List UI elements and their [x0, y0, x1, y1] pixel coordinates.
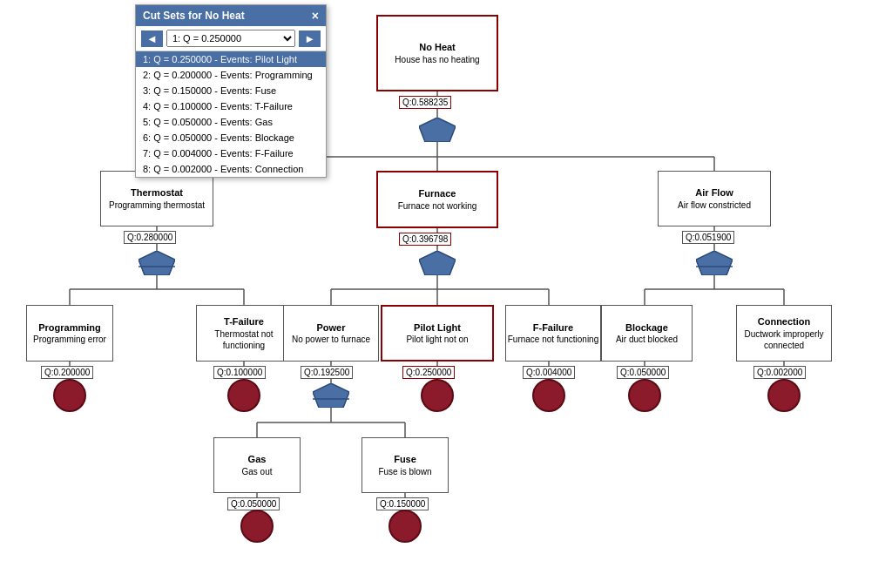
air-flow-subtitle: Air flow constricted — [678, 199, 751, 211]
furnace-subtitle: Furnace not working — [398, 200, 477, 212]
cut-sets-title: Cut Sets for No Heat — [143, 10, 245, 22]
fuse-event — [389, 510, 422, 543]
thermostat-gate — [139, 251, 175, 275]
cut-set-item-7[interactable]: 7: Q = 0.004000 - Events: F-Failure — [136, 145, 326, 161]
programming-event — [53, 379, 86, 412]
gas-q: Q:0.050000 — [227, 497, 280, 510]
cut-set-item-6[interactable]: 6: Q = 0.050000 - Events: Blockage — [136, 130, 326, 145]
svg-marker-35 — [419, 118, 456, 142]
cut-sets-title-bar: Cut Sets for No Heat × — [136, 5, 326, 26]
cut-set-item-4[interactable]: 4: Q = 0.100000 - Events: T-Failure — [136, 98, 326, 114]
close-button[interactable]: × — [312, 9, 319, 23]
pilot-light-q: Q:0.250000 — [402, 366, 455, 379]
air-flow-node: Air Flow Air flow constricted — [658, 171, 771, 226]
t-failure-subtitle: Thermostat not functioning — [197, 328, 291, 351]
no-heat-title: No Heat — [419, 41, 456, 53]
power-subtitle: No power to furnace — [292, 334, 370, 345]
cut-set-item-3[interactable]: 3: Q = 0.150000 - Events: Fuse — [136, 83, 326, 98]
pilot-light-title: Pilot Light — [414, 321, 461, 334]
power-q: Q:0.192500 — [301, 366, 353, 379]
fuse-q: Q:0.150000 — [376, 497, 429, 510]
f-failure-q: Q:0.004000 — [523, 366, 575, 379]
furnace-gate — [419, 251, 456, 275]
furnace-q: Q:0.396798 — [399, 233, 451, 246]
air-flow-q: Q:0.051900 — [682, 231, 734, 244]
furnace-node: Furnace Furnace not working — [376, 171, 498, 228]
cut-sets-dialog: Cut Sets for No Heat × ◄ 1: Q = 0.250000… — [135, 4, 327, 178]
no-heat-gate — [419, 118, 456, 142]
power-node: Power No power to furnace — [283, 305, 379, 362]
cut-sets-nav: ◄ 1: Q = 0.2500002: Q = 0.2000003: Q = 0… — [136, 26, 326, 51]
thermostat-node: Thermostat Programming thermostat — [100, 171, 213, 226]
no-heat-q: Q:0.588235 — [399, 96, 451, 109]
f-failure-title: F-Failure — [533, 321, 573, 334]
connection-title: Connection — [758, 315, 811, 328]
cut-set-item-2[interactable]: 2: Q = 0.200000 - Events: Programming — [136, 67, 326, 83]
gas-event — [240, 510, 274, 543]
cut-set-item-5[interactable]: 5: Q = 0.050000 - Events: Gas — [136, 114, 326, 130]
fuse-node: Fuse Fuse is blown — [362, 437, 449, 493]
svg-marker-36 — [139, 251, 175, 275]
t-failure-q: Q:0.100000 — [213, 366, 266, 379]
next-button[interactable]: ► — [299, 30, 321, 47]
fuse-title: Fuse — [394, 453, 416, 465]
svg-marker-38 — [419, 251, 456, 275]
cut-set-item-1[interactable]: 1: Q = 0.250000 - Events: Pilot Light — [136, 51, 326, 67]
t-failure-node: T-Failure Thermostat not functioning — [196, 305, 292, 362]
blockage-node: Blockage Air duct blocked — [601, 305, 693, 362]
programming-node: Programming Programming error — [26, 305, 113, 362]
power-gate — [313, 383, 349, 408]
f-failure-node: F-Failure Furnace not functioning — [505, 305, 601, 362]
gas-node: Gas Gas out — [213, 437, 301, 493]
connection-event — [767, 379, 801, 412]
programming-title: Programming — [38, 321, 101, 334]
svg-marker-41 — [313, 383, 349, 408]
blockage-event — [628, 379, 661, 412]
power-title: Power — [316, 321, 345, 334]
f-failure-event — [532, 379, 565, 412]
t-failure-event — [227, 379, 260, 412]
cut-set-select[interactable]: 1: Q = 0.2500002: Q = 0.2000003: Q = 0.1… — [166, 30, 295, 47]
thermostat-title: Thermostat — [131, 186, 183, 199]
no-heat-subtitle: House has no heating — [395, 54, 479, 65]
cut-set-list: 1: Q = 0.250000 - Events: Pilot Light2: … — [136, 51, 326, 177]
pilot-light-event — [421, 379, 454, 412]
no-heat-node: No Heat House has no heating — [376, 15, 498, 91]
programming-q: Q:0.200000 — [41, 366, 93, 379]
furnace-title: Furnace — [419, 187, 456, 199]
programming-subtitle: Programming error — [33, 334, 106, 345]
blockage-subtitle: Air duct blocked — [616, 334, 678, 345]
gas-title: Gas — [248, 453, 267, 465]
connection-subtitle: Ductwork improperly connected — [737, 328, 831, 351]
fuse-subtitle: Fuse is blown — [378, 466, 431, 477]
gas-subtitle: Gas out — [241, 466, 272, 477]
t-failure-title: T-Failure — [224, 315, 264, 328]
thermostat-subtitle: Programming thermostat — [109, 199, 205, 211]
cut-set-item-8[interactable]: 8: Q = 0.002000 - Events: Connection — [136, 161, 326, 177]
prev-button[interactable]: ◄ — [141, 30, 163, 47]
connection-node: Connection Ductwork improperly connected — [736, 305, 832, 362]
thermostat-q: Q:0.280000 — [124, 231, 176, 244]
svg-marker-39 — [696, 251, 733, 275]
pilot-light-subtitle: Pilot light not on — [406, 334, 468, 345]
connection-q: Q:0.002000 — [753, 366, 806, 379]
blockage-title: Blockage — [625, 321, 668, 334]
f-failure-subtitle: Furnace not functioning — [508, 334, 599, 345]
air-flow-gate — [696, 251, 733, 275]
pilot-light-node: Pilot Light Pilot light not on — [381, 305, 494, 362]
blockage-q: Q:0.050000 — [617, 366, 669, 379]
air-flow-title: Air Flow — [695, 186, 733, 199]
